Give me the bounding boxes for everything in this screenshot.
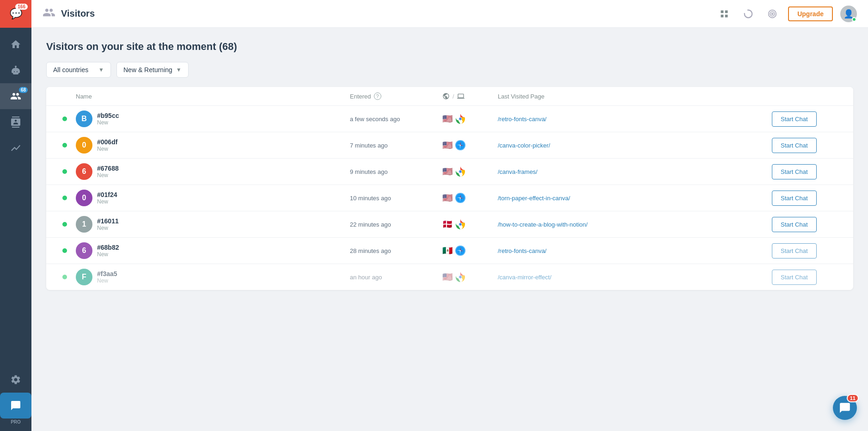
- bot-icon: [10, 65, 21, 76]
- sidebar-item-analytics[interactable]: [0, 135, 31, 161]
- visitor-name-1: #b95cc: [97, 112, 119, 119]
- start-chat-button-2[interactable]: Start Chat: [772, 138, 817, 153]
- start-chat-button-5[interactable]: Start Chat: [772, 217, 817, 232]
- visitor-tag-6: New: [97, 251, 119, 258]
- visitor-info-5: 1 #16011 New: [76, 216, 350, 233]
- visitor-name-wrap-2: #006df New: [97, 138, 117, 152]
- chat-widget-icon: [839, 402, 851, 414]
- globe-icon: [442, 92, 450, 100]
- status-cell-2: [54, 143, 76, 148]
- type-filter-chevron: ▼: [176, 67, 182, 73]
- table-row: 6 #67688 New 9 minutes ago 🇺🇸: [46, 159, 853, 185]
- flag-6: 🇲🇽: [442, 246, 452, 256]
- last-page-1: /retro-fonts-canva/: [498, 115, 772, 123]
- visitor-avatar-4: 0: [76, 190, 92, 206]
- table-row: 0 #006df New 7 minutes ago 🇺🇸: [46, 132, 853, 159]
- table-row: 0 #01f24 New 10 minutes ago 🇺🇸: [46, 185, 853, 211]
- visitor-name-5: #16011: [97, 217, 119, 225]
- table-row: 1 #16011 New 22 minutes ago 🇩🇰: [46, 211, 853, 238]
- flag-4: 🇺🇸: [442, 193, 452, 203]
- sidebar-item-settings[interactable]: [0, 367, 31, 393]
- action-1: Start Chat: [772, 111, 846, 127]
- browser-flags-1: 🇺🇸: [442, 114, 498, 124]
- visitor-avatar-2: 0: [76, 137, 92, 154]
- start-chat-button-4[interactable]: Start Chat: [772, 191, 817, 206]
- col-last-page: Last Visited Page: [498, 93, 772, 100]
- visitors-table: Name Entered ? / Last Visited Page: [46, 87, 853, 290]
- safari-icon-6: [455, 246, 465, 256]
- online-dot: [62, 117, 67, 121]
- chat-widget[interactable]: 11: [833, 396, 857, 420]
- table-row: 6 #68b82 New 28 minutes ago 🇲🇽: [46, 238, 853, 264]
- start-chat-button-1[interactable]: Start Chat: [772, 111, 817, 127]
- flag-2: 🇺🇸: [442, 140, 452, 150]
- user-avatar-wrapper[interactable]: 👤: [840, 6, 857, 22]
- grid-icon-button[interactable]: [716, 6, 733, 22]
- visitors-count-title: Visitors on your site at the moment (68): [46, 41, 853, 53]
- refresh-icon-button[interactable]: [740, 6, 757, 22]
- header-actions: Upgrade 👤: [716, 6, 857, 22]
- filters-bar: All countries ▼ New & Returning ▼: [46, 62, 853, 78]
- col-last-page-label: Last Visited Page: [498, 93, 544, 100]
- sidebar-item-bot[interactable]: [0, 57, 31, 83]
- pro-label: PRO: [11, 419, 21, 427]
- action-2: Start Chat: [772, 138, 846, 153]
- sidebar-item-chat-support[interactable]: [0, 393, 31, 419]
- start-chat-button-3[interactable]: Start Chat: [772, 164, 817, 179]
- col-device: /: [442, 92, 498, 100]
- status-cell-3: [54, 169, 76, 174]
- device-sep: /: [452, 93, 454, 100]
- sidebar-logo[interactable]: 💬 166: [0, 0, 31, 28]
- col-name-label: Name: [76, 93, 92, 100]
- refresh-icon: [743, 9, 753, 19]
- laptop-icon: [457, 92, 465, 100]
- visitors-page-icon: [43, 6, 55, 19]
- visitors-icon: [10, 91, 21, 102]
- notification-badge: 166: [15, 4, 28, 10]
- table-row: B #b95cc New a few seconds ago 🇺🇸: [46, 106, 853, 132]
- col-entered: Entered ?: [350, 92, 442, 100]
- sidebar-item-visitors[interactable]: 68: [0, 83, 31, 109]
- home-icon: [10, 39, 21, 50]
- chrome-icon-7: [455, 272, 465, 282]
- visitor-name-wrap-7: #f3aa5 New: [97, 270, 117, 284]
- entered-time-2: 7 minutes ago: [350, 142, 442, 149]
- status-cell-4: [54, 196, 76, 200]
- start-chat-button-7[interactable]: Start Chat: [772, 270, 817, 285]
- flag-3: 🇺🇸: [442, 166, 452, 177]
- start-chat-button-6[interactable]: Start Chat: [772, 243, 817, 259]
- svg-point-2: [770, 12, 775, 16]
- svg-point-16: [459, 170, 461, 172]
- flag-7: 🇺🇸: [442, 272, 452, 282]
- flag-5: 🇩🇰: [442, 219, 452, 229]
- status-cell-1: [54, 117, 76, 121]
- sidebar-nav: 68: [0, 28, 31, 367]
- chat-widget-badge: 11: [847, 394, 859, 402]
- last-page-6: /retro-fonts-canva/: [498, 246, 772, 255]
- target-icon-button[interactable]: [764, 6, 781, 22]
- col-entered-label: Entered: [350, 93, 371, 100]
- main-content: Visitors Upgrad: [31, 0, 868, 431]
- entered-time-5: 22 minutes ago: [350, 221, 442, 228]
- visitor-tag-4: New: [97, 198, 117, 205]
- action-7: Start Chat: [772, 270, 846, 285]
- visitor-info-6: 6 #68b82 New: [76, 242, 350, 259]
- entered-help-icon[interactable]: ?: [374, 92, 381, 100]
- sidebar-item-contacts[interactable]: [0, 109, 31, 135]
- svg-point-13: [460, 145, 461, 146]
- status-cell-7: [54, 275, 76, 279]
- online-dot: [62, 222, 67, 227]
- visitors-badge: 68: [19, 87, 28, 93]
- sidebar-item-home[interactable]: [0, 31, 31, 57]
- visitor-tag-2: New: [97, 146, 117, 152]
- type-filter[interactable]: New & Returning ▼: [116, 62, 189, 78]
- upgrade-button[interactable]: Upgrade: [788, 6, 833, 21]
- visitor-info-3: 6 #67688 New: [76, 163, 350, 180]
- chrome-icon-1: [455, 114, 465, 124]
- visitor-tag-3: New: [97, 172, 119, 179]
- country-filter[interactable]: All countries ▼: [46, 62, 111, 78]
- settings-icon: [10, 374, 21, 385]
- col-name: Name: [76, 93, 350, 100]
- visitor-avatar-6: 6: [76, 242, 92, 259]
- analytics-icon: [10, 142, 21, 154]
